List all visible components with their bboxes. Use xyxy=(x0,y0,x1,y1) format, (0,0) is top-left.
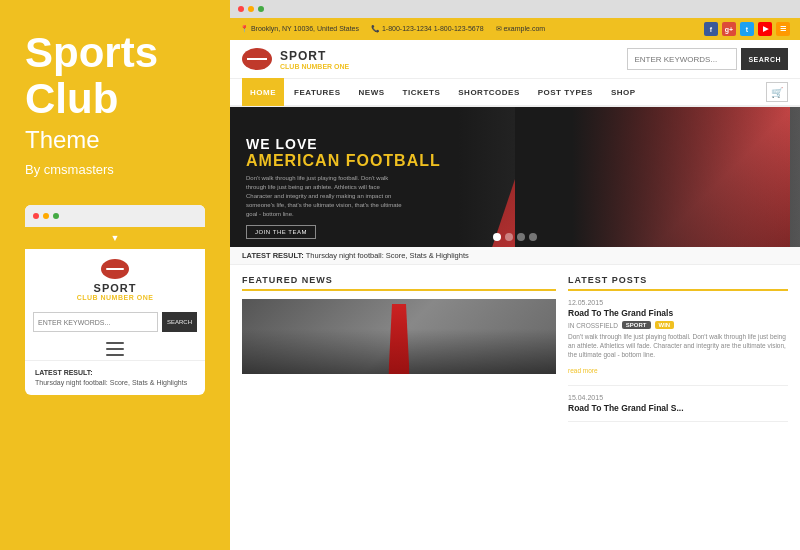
post-date: 15.04.2015 xyxy=(568,394,788,401)
site-phone: 📞 1-800-123-1234 1-800-123-5678 xyxy=(371,25,484,33)
app-title: Sports Club xyxy=(25,30,205,122)
read-more-link[interactable]: read more xyxy=(568,367,598,374)
site-logo-subtext: CLUB NUMBER ONE xyxy=(280,63,349,70)
post-excerpt: Don't walk through life just playing foo… xyxy=(568,332,788,359)
hero-content: WE LOVE AMERICAN FOOTBALL Don't walk thr… xyxy=(230,126,457,247)
post-title: Road To The Grand Final S... xyxy=(568,403,788,413)
mobile-nav-bar: ▼ xyxy=(25,227,205,249)
site-search-button[interactable]: SEARCH xyxy=(741,48,788,70)
mobile-preview: ▼ SPORT CLUB NUMBER ONE SEARCH LATEST RE… xyxy=(25,205,205,395)
hero-dots xyxy=(493,233,537,241)
latest-posts-title: LATEST POSTS xyxy=(568,275,788,291)
post-tag-label: IN CROSSFIELD xyxy=(568,322,618,329)
site-preview: 📍 Brooklyn, NY 10036, United States 📞 1-… xyxy=(230,0,800,550)
mobile-logo-text: SPORT xyxy=(94,282,137,294)
post-item: 12.05.2015 Road To The Grand Finals IN C… xyxy=(568,299,788,386)
browser-dot-red xyxy=(238,6,244,12)
hero-dot-3[interactable] xyxy=(517,233,525,241)
app-subtitle: Theme xyxy=(25,126,205,154)
hero-section: WE LOVE AMERICAN FOOTBALL Don't walk thr… xyxy=(230,107,800,247)
nav-news[interactable]: NEWS xyxy=(351,78,393,106)
site-logo: SPORT CLUB NUMBER ONE xyxy=(242,48,349,70)
mobile-logo-area: SPORT CLUB NUMBER ONE xyxy=(25,249,205,306)
mobile-nav-chevron: ▼ xyxy=(111,233,120,243)
hero-gradient xyxy=(515,107,800,247)
site-location: 📍 Brooklyn, NY 10036, United States xyxy=(240,25,359,33)
site-infobar: 📍 Brooklyn, NY 10036, United States 📞 1-… xyxy=(230,18,800,40)
sport-tag-badge: SPORT xyxy=(622,321,651,329)
latest-bar-label: LATEST RESULT: xyxy=(242,251,304,260)
nav-features[interactable]: FEATURES xyxy=(286,78,349,106)
post-date: 12.05.2015 xyxy=(568,299,788,306)
hero-description: Don't walk through life just playing foo… xyxy=(246,174,406,219)
nav-tickets[interactable]: TICKETS xyxy=(395,78,449,106)
rss-icon[interactable]: ☰ xyxy=(776,22,790,36)
googleplus-icon[interactable]: g+ xyxy=(722,22,736,36)
cart-icon[interactable]: 🛒 xyxy=(766,82,788,102)
site-logo-icon xyxy=(242,48,272,70)
dot-green xyxy=(53,213,59,219)
mobile-football-icon xyxy=(101,259,129,279)
latest-posts-section: LATEST POSTS 12.05.2015 Road To The Gran… xyxy=(568,275,788,540)
browser-dot-yellow xyxy=(248,6,254,12)
site-social-icons: f g+ t ▶ ☰ xyxy=(704,22,790,36)
mobile-search-button[interactable]: SEARCH xyxy=(162,312,197,332)
featured-news-section: FEATURED NEWS xyxy=(242,275,556,540)
browser-chrome xyxy=(230,0,800,18)
twitter-icon[interactable]: t xyxy=(740,22,754,36)
latest-bar-text: Thursday night football: Score, Stats & … xyxy=(306,251,469,260)
win-tag-badge: WIN xyxy=(655,321,675,329)
site-email: ✉ example.com xyxy=(496,25,546,33)
mobile-menu-icon xyxy=(25,338,205,360)
nav-home[interactable]: HOME xyxy=(242,78,284,106)
post-item: 15.04.2015 Road To The Grand Final S... xyxy=(568,394,788,422)
latest-result-bar: LATEST RESULT: Thursday night football: … xyxy=(230,247,800,265)
right-panel: 📍 Brooklyn, NY 10036, United States 📞 1-… xyxy=(230,0,800,550)
site-logo-text: SPORT CLUB NUMBER ONE xyxy=(280,49,349,70)
nav-shortcodes[interactable]: SHORTCODES xyxy=(450,78,527,106)
site-search-input[interactable] xyxy=(627,48,737,70)
hero-dot-4[interactable] xyxy=(529,233,537,241)
mobile-latest-result: LATEST RESULT: Thursday night football: … xyxy=(25,360,205,395)
site-search-area: SEARCH xyxy=(627,48,788,70)
facebook-icon[interactable]: f xyxy=(704,22,718,36)
left-panel: Sports Club Theme By cmsmasters ▼ SPORT … xyxy=(0,0,230,550)
dot-yellow xyxy=(43,213,49,219)
hero-dot-2[interactable] xyxy=(505,233,513,241)
post-title: Road To The Grand Finals xyxy=(568,308,788,318)
nav-post-types[interactable]: POST TYPES xyxy=(530,78,601,106)
browser-dot-green xyxy=(258,6,264,12)
mobile-latest-text: Thursday night football: Score, Stats & … xyxy=(35,378,195,387)
featured-news-title: FEATURED NEWS xyxy=(242,275,556,291)
hero-line2: AMERICAN FOOTBALL xyxy=(246,152,441,170)
hero-dot-1[interactable] xyxy=(493,233,501,241)
hero-line1: WE LOVE xyxy=(246,136,441,152)
site-infobar-left: 📍 Brooklyn, NY 10036, United States 📞 1-… xyxy=(240,25,545,33)
site-nav: HOME FEATURES NEWS TICKETS SHORTCODES PO… xyxy=(230,79,800,107)
mobile-logo-sub: CLUB NUMBER ONE xyxy=(77,294,154,301)
dot-red xyxy=(33,213,39,219)
site-main: FEATURED NEWS LATEST POSTS 12.05.2015 Ro… xyxy=(230,265,800,550)
youtube-icon[interactable]: ▶ xyxy=(758,22,772,36)
app-author: By cmsmasters xyxy=(25,162,205,177)
hamburger-icon[interactable] xyxy=(106,342,124,356)
mobile-search-row: SEARCH xyxy=(25,306,205,338)
post-tags: IN CROSSFIELD SPORT WIN xyxy=(568,321,788,329)
mobile-topbar xyxy=(25,205,205,227)
featured-news-image xyxy=(242,299,556,374)
nav-shop[interactable]: SHOP xyxy=(603,78,644,106)
mobile-latest-label: LATEST RESULT: xyxy=(35,369,195,376)
site-header: SPORT CLUB NUMBER ONE SEARCH xyxy=(230,40,800,79)
mobile-search-input[interactable] xyxy=(33,312,158,332)
site-logo-name: SPORT xyxy=(280,49,349,63)
hero-cta-button[interactable]: JOIN THE TEAM xyxy=(246,225,316,239)
